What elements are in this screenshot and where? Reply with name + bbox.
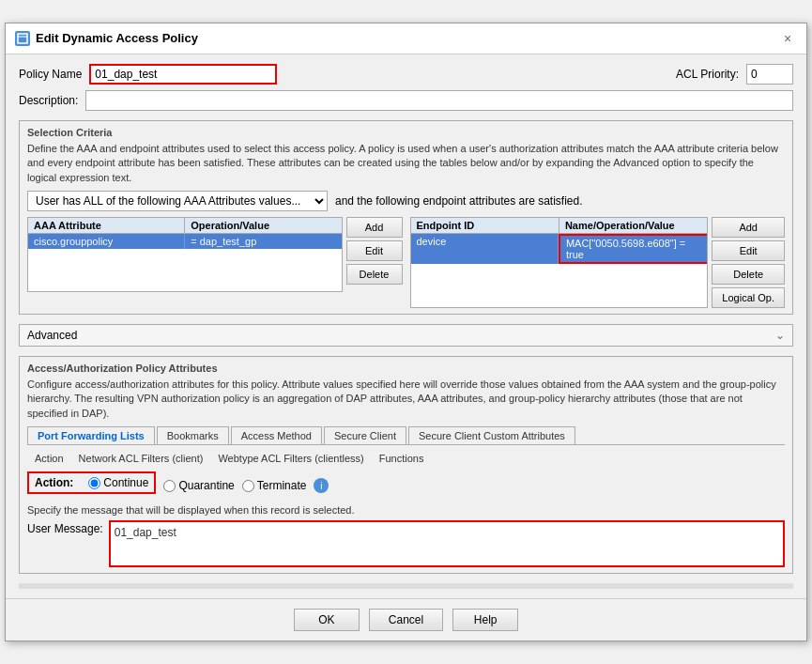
tables-row: AAA Attribute Operation/Value cisco.grou… [27,217,785,308]
subtab-functions[interactable]: Functions [372,451,432,466]
window-title: Edit Dynamic Access Policy [36,31,198,45]
tab-secure-client-custom[interactable]: Secure Client Custom Attributes [408,426,575,444]
aaa-table-row[interactable]: cisco.grouppolicy = dap_test_gp [28,234,342,249]
user-msg-area: 01_dap_test [109,520,785,567]
access-section-desc: Configure access/authorization attribute… [27,378,785,421]
cancel-button[interactable]: Cancel [369,609,443,631]
window-icon [15,31,30,46]
close-button[interactable]: × [778,29,797,48]
selection-criteria-section: Selection Criteria Define the AAA and en… [19,120,793,315]
description-label: Description: [19,94,78,107]
title-bar-left: Edit Dynamic Access Policy [15,31,198,46]
selection-criteria-title: Selection Criteria [27,127,785,138]
aaa-col1-header: AAA Attribute [28,218,185,233]
user-msg-content: 01_dap_test [115,526,779,539]
svg-rect-0 [18,34,27,43]
user-msg-label: User Message: [27,520,103,567]
endpoint-attribute-table: Endpoint ID Name/Operation/Value device … [410,217,709,308]
endpoint-row1-col2: MAC["0050.5698.e608"] = true [559,234,707,264]
radio-continue-label: Continue [103,476,148,489]
aaa-edit-button[interactable]: Edit [346,240,403,261]
advanced-chevron-icon: ⌄ [775,329,785,342]
endpoint-table-buttons: Add Edit Delete Logical Op. [712,217,785,308]
endpoint-row1-col1: device [411,234,559,264]
endpoint-table-header: Endpoint ID Name/Operation/Value [411,218,708,234]
access-section: Access/Authorization Policy Attributes C… [19,356,793,574]
endpoint-satisfied-text: and the following endpoint attributes ar… [335,194,583,208]
policy-name-label: Policy Name [19,68,82,81]
endpoint-col1-header: Endpoint ID [411,218,559,233]
scrollbar[interactable] [19,583,793,589]
action-row: Action: Continue [27,471,156,494]
ok-button[interactable]: OK [294,609,360,631]
subtab-network-acl[interactable]: Network ACL Filters (client) [71,451,211,466]
tab-access-method[interactable]: Access Method [231,426,322,444]
radio-quarantine-item: Quarantine [163,479,234,492]
aaa-attribute-table: AAA Attribute Operation/Value cisco.grou… [27,217,343,292]
tabs-row: Port Forwarding Lists Bookmarks Access M… [27,426,785,445]
radio-continue[interactable] [88,477,100,489]
main-window: Edit Dynamic Access Policy × Policy Name… [5,23,807,641]
acl-priority-label: ACL Priority: [676,68,739,81]
advanced-bar[interactable]: Advanced ⌄ [19,324,793,347]
info-icon[interactable]: i [314,478,329,493]
action-full-row: Action: Continue Quarantine Terminate i [27,471,785,500]
bottom-buttons: OK Cancel Help [6,598,806,641]
dropdown-row: User has ALL of the following AAA Attrib… [27,191,785,211]
aaa-table-section: AAA Attribute Operation/Value cisco.grou… [27,217,403,308]
aaa-row1-col2: = dap_test_gp [185,234,341,249]
aaa-col2-header: Operation/Value [185,218,341,233]
endpoint-col2-header: Name/Operation/Value [559,218,707,233]
action-label: Action: [35,476,73,489]
subtab-action[interactable]: Action [27,451,71,466]
radio-quarantine-label: Quarantine [178,479,234,492]
description-input[interactable] [85,90,793,111]
aaa-add-button[interactable]: Add [346,217,403,238]
aaa-attributes-dropdown[interactable]: User has ALL of the following AAA Attrib… [27,191,328,211]
user-msg-row: User Message: 01_dap_test [27,520,785,567]
radio-continue-item: Continue [88,476,148,489]
radio-quarantine[interactable] [163,480,176,492]
tab-bookmarks[interactable]: Bookmarks [157,426,229,444]
aaa-row1-col1: cisco.grouppolicy [28,234,185,249]
radio-terminate-item: Terminate [242,479,307,492]
aaa-table-buttons: Add Edit Delete [346,217,403,292]
specify-msg-text: Specify the message that will be display… [27,504,355,516]
description-row: Description: [19,90,793,111]
title-bar: Edit Dynamic Access Policy × [6,23,806,54]
radio-terminate[interactable] [242,480,254,492]
endpoint-table-with-buttons: Endpoint ID Name/Operation/Value device … [410,217,786,308]
endpoint-table-section: Endpoint ID Name/Operation/Value device … [410,217,786,308]
endpoint-edit-button[interactable]: Edit [712,240,785,261]
endpoint-logical-op-button[interactable]: Logical Op. [712,287,785,308]
endpoint-table-row[interactable]: device MAC["0050.5698.e608"] = true [411,234,708,264]
tab-port-forwarding[interactable]: Port Forwarding Lists [27,426,155,444]
endpoint-delete-button[interactable]: Delete [712,264,785,285]
advanced-label: Advanced [27,329,77,342]
main-content: Policy Name ACL Priority: Description: S… [6,54,806,598]
aaa-delete-button[interactable]: Delete [346,264,403,285]
aaa-table-header: AAA Attribute Operation/Value [28,218,342,234]
subtabs-row: Action Network ACL Filters (client) Webt… [27,451,785,466]
policy-name-input[interactable] [89,64,277,85]
specify-msg-row: Specify the message that will be display… [27,503,785,517]
subtab-webtype-acl[interactable]: Webtype ACL Filters (clientless) [210,451,371,466]
aaa-table-with-buttons: AAA Attribute Operation/Value cisco.grou… [27,217,403,292]
access-section-title: Access/Authorization Policy Attributes [27,363,785,374]
radio-terminate-label: Terminate [257,479,307,492]
acl-priority-input[interactable] [746,64,793,85]
endpoint-add-button[interactable]: Add [712,217,785,238]
help-button[interactable]: Help [452,609,518,631]
tab-secure-client[interactable]: Secure Client [324,426,406,444]
selection-criteria-desc: Define the AAA and endpoint attributes u… [27,142,785,185]
policy-name-row: Policy Name ACL Priority: [19,64,793,85]
